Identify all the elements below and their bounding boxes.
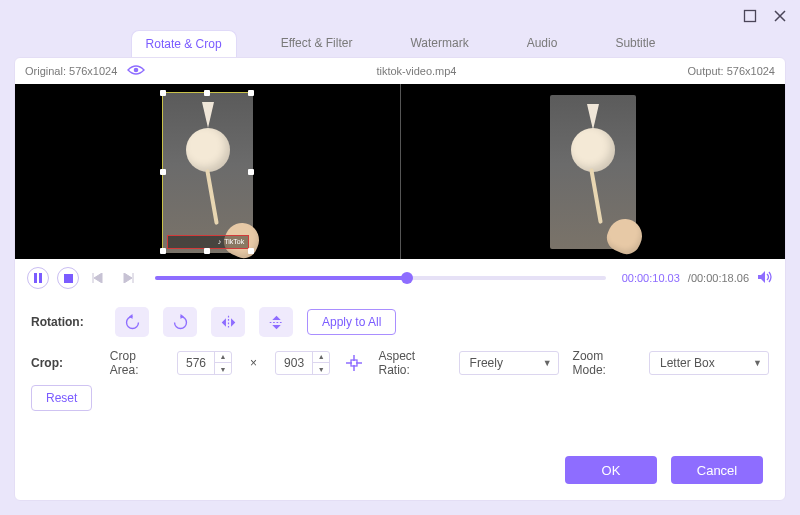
tabbar: Rotate & Crop Effect & Filter Watermark …	[0, 30, 800, 57]
chevron-down-icon: ▼	[753, 358, 762, 368]
svg-rect-4	[64, 274, 73, 283]
cancel-button[interactable]: Cancel	[671, 456, 763, 484]
crop-handle[interactable]	[160, 248, 166, 254]
spin-up-icon[interactable]: ▲	[215, 351, 231, 363]
titlebar	[0, 0, 800, 26]
spin-down-icon[interactable]: ▼	[215, 363, 231, 375]
app-window: Rotate & Crop Effect & Filter Watermark …	[0, 0, 800, 515]
preview-original[interactable]: ♪TikTok	[15, 84, 400, 259]
timeline-knob[interactable]	[401, 272, 413, 284]
zoom-mode-value: Letter Box	[660, 356, 715, 370]
preview-output	[400, 84, 786, 259]
crop-height-value: 903	[276, 356, 312, 370]
volume-icon[interactable]	[757, 270, 773, 286]
svg-point-1	[134, 68, 139, 73]
svg-rect-2	[34, 273, 37, 283]
ok-button[interactable]: OK	[565, 456, 657, 484]
crop-handle[interactable]	[204, 90, 210, 96]
svg-rect-3	[39, 273, 42, 283]
crop-area-label: Crop Area:	[110, 349, 163, 377]
crop-box[interactable]: ♪TikTok	[162, 92, 252, 252]
flip-horizontal-button[interactable]	[211, 307, 245, 337]
original-size-label: Original: 576x1024	[25, 65, 117, 77]
time-total: /00:00:18.06	[688, 272, 749, 284]
aspect-ratio-select[interactable]: Freely ▼	[459, 351, 559, 375]
crop-width-stepper[interactable]: 576 ▲▼	[177, 351, 232, 375]
svg-rect-0	[745, 11, 756, 22]
time-current: 00:00:10.03	[622, 272, 680, 284]
maximize-icon[interactable]	[742, 8, 758, 24]
preview-area: ♪TikTok	[15, 84, 785, 259]
chevron-down-icon: ▼	[543, 358, 552, 368]
tab-effect-filter[interactable]: Effect & Filter	[267, 30, 367, 57]
center-crop-icon[interactable]	[344, 354, 364, 372]
zoom-mode-label: Zoom Mode:	[573, 349, 635, 377]
timeline-slider[interactable]	[155, 276, 606, 280]
playback-bar: 00:00:10.03/00:00:18.06	[15, 259, 785, 297]
tab-rotate-crop[interactable]: Rotate & Crop	[131, 30, 237, 57]
spin-down-icon[interactable]: ▼	[313, 363, 329, 375]
crop-handle[interactable]	[248, 248, 254, 254]
crop-handle[interactable]	[248, 90, 254, 96]
pause-button[interactable]	[27, 267, 49, 289]
apply-to-all-button[interactable]: Apply to All	[307, 309, 396, 335]
crop-row: Crop: Crop Area: 576 ▲▼ × 903 ▲▼ Aspect …	[31, 349, 769, 377]
crop-handle[interactable]	[160, 90, 166, 96]
tab-watermark[interactable]: Watermark	[396, 30, 482, 57]
crop-handle[interactable]	[204, 248, 210, 254]
crop-handle[interactable]	[248, 169, 254, 175]
timeline-progress	[155, 276, 407, 280]
crop-width-value: 576	[178, 356, 214, 370]
rotation-label: Rotation:	[31, 315, 101, 329]
rotation-row: Rotation: Apply to All	[31, 307, 769, 337]
tab-audio[interactable]: Audio	[513, 30, 572, 57]
video-thumbnail-output	[550, 95, 636, 249]
next-frame-button[interactable]	[117, 267, 139, 289]
flip-vertical-button[interactable]	[259, 307, 293, 337]
watermark-highlight: ♪TikTok	[167, 235, 249, 249]
prev-frame-button[interactable]	[87, 267, 109, 289]
filename-label: tiktok-video.mp4	[145, 65, 687, 77]
dimension-separator: ×	[250, 356, 257, 370]
aspect-ratio-value: Freely	[470, 356, 503, 370]
crop-height-stepper[interactable]: 903 ▲▼	[275, 351, 330, 375]
output-size-label: Output: 576x1024	[688, 65, 775, 77]
zoom-mode-select[interactable]: Letter Box ▼	[649, 351, 769, 375]
footer: OK Cancel	[15, 456, 785, 500]
meta-bar: Original: 576x1024 tiktok-video.mp4 Outp…	[15, 58, 785, 84]
video-thumbnail-original	[163, 93, 253, 253]
crop-label: Crop:	[31, 356, 96, 370]
rotate-right-button[interactable]	[163, 307, 197, 337]
rotate-left-button[interactable]	[115, 307, 149, 337]
main-panel: Original: 576x1024 tiktok-video.mp4 Outp…	[14, 57, 786, 501]
spin-up-icon[interactable]: ▲	[313, 351, 329, 363]
reset-button[interactable]: Reset	[31, 385, 92, 411]
tab-subtitle[interactable]: Subtitle	[601, 30, 669, 57]
crop-handle[interactable]	[160, 169, 166, 175]
stop-button[interactable]	[57, 267, 79, 289]
close-icon[interactable]	[772, 8, 788, 24]
aspect-ratio-label: Aspect Ratio:	[378, 349, 444, 377]
reset-row: Reset	[31, 385, 769, 411]
preview-toggle-icon[interactable]	[127, 64, 145, 78]
controls-area: Rotation: Apply to All Crop: Crop Area: …	[15, 297, 785, 433]
